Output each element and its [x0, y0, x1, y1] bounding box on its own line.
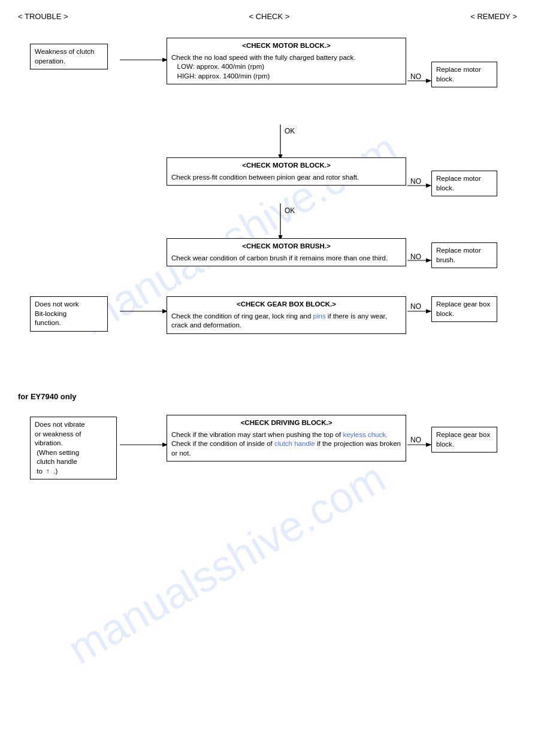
section2-remedy1-box: Replace gear box block. — [431, 427, 497, 453]
section2-check1-body: Check if the vibration may start when pu… — [171, 430, 401, 459]
ok-label-1: OK — [285, 127, 295, 135]
remedy3-box: Replace motor brush. — [431, 242, 497, 268]
ok-label-2: OK — [285, 207, 295, 215]
check1-title: <CHECK MOTOR BLOCK.> — [171, 41, 401, 51]
section1-flowchart: Weakness of clutch operation. <CHECK MOT… — [18, 27, 523, 386]
check4-box: <CHECK GEAR BOX BLOCK.> Check the condit… — [167, 296, 406, 334]
check3-title: <CHECK MOTOR BRUSH.> — [171, 242, 401, 251]
check4-title: <CHECK GEAR BOX BLOCK.> — [171, 300, 401, 309]
section2-check1-title: <CHECK DRIVING BLOCK.> — [171, 418, 401, 428]
no-label-1: NO — [410, 72, 421, 81]
check3-body: Check wear condition of carbon brush if … — [171, 254, 401, 263]
section2-trouble1-box: Does not vibrateor weakness ofvibration.… — [30, 417, 117, 479]
check1-body: Check the no load speed with the fully c… — [171, 53, 401, 81]
check1-box: <CHECK MOTOR BLOCK.> Check the no load s… — [167, 38, 406, 84]
section2-flowchart: Does not vibrateor weakness ofvibration.… — [18, 406, 523, 544]
check2-body: Check press-fit condition between pinion… — [171, 173, 401, 183]
check-header: < CHECK > — [249, 12, 289, 21]
section2-no-label: NO — [410, 436, 421, 444]
trouble-header: < TROUBLE > — [18, 12, 68, 21]
section2-wrapper: for EY7940 only Does not vibrateor weakn… — [18, 392, 523, 544]
check3-box: <CHECK MOTOR BRUSH.> Check wear conditio… — [167, 238, 406, 266]
check2-title: <CHECK MOTOR BLOCK.> — [171, 161, 401, 171]
section2-trouble1-text: Does not vibrateor weakness ofvibration.… — [35, 421, 85, 475]
remedy4-box: Replace gear box block. — [431, 296, 497, 322]
no-label-3: NO — [410, 253, 421, 261]
pins-text: pins — [313, 312, 326, 320]
clutch-handle-text: clutch handle — [274, 440, 315, 447]
remedy1-box: Replace motor block. — [431, 62, 497, 87]
no-label-4: NO — [410, 302, 421, 311]
section2-label: for EY7940 only — [18, 392, 523, 401]
section2-check1-box: <CHECK DRIVING BLOCK.> Check if the vibr… — [167, 415, 406, 462]
keyless-chuck-text: keyless chuck. — [343, 431, 388, 438]
trouble2-box: Does not workBit-lockingfunction. — [30, 296, 108, 332]
trouble1-box: Weakness of clutch operation. — [30, 44, 108, 69]
check4-body: Check the condition of ring gear, lock r… — [171, 312, 401, 330]
header-row: < TROUBLE > < CHECK > < REMEDY > — [12, 12, 523, 21]
remedy2-box: Replace motor block. — [431, 171, 497, 196]
remedy-header: < REMEDY > — [470, 12, 517, 21]
no-label-2: NO — [410, 177, 421, 186]
check2-box: <CHECK MOTOR BLOCK.> Check press-fit con… — [167, 157, 406, 186]
trouble2-text: Does not workBit-lockingfunction. — [35, 300, 79, 326]
